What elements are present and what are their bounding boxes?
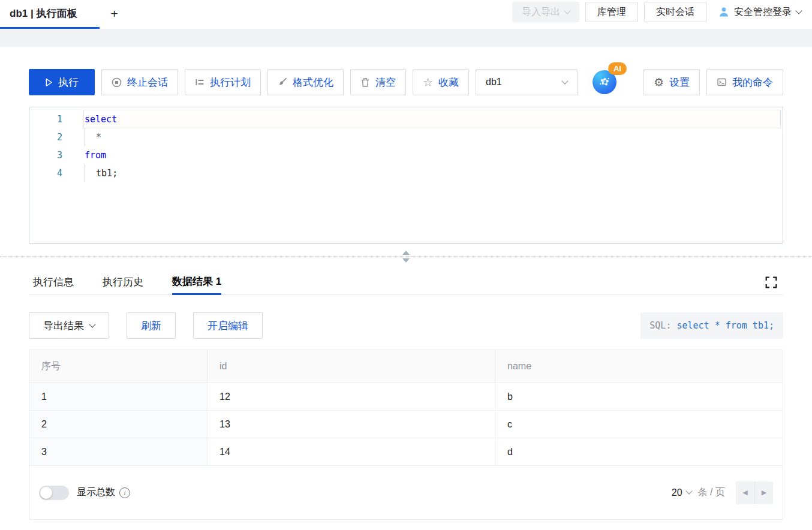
page-size-select[interactable]: 20 <box>672 487 691 498</box>
terminate-session-button[interactable]: 终止会话 <box>101 69 178 95</box>
run-button[interactable]: 执行 <box>29 69 95 95</box>
resizer-dotted-line <box>0 256 812 257</box>
library-manage-label: 库管理 <box>597 6 626 19</box>
row-index-cell: 1 <box>29 383 207 410</box>
tab-execution-info-label: 执行信息 <box>33 275 74 289</box>
toggle-knob <box>40 487 52 499</box>
id-cell[interactable]: 12 <box>207 383 495 410</box>
pane-resizer[interactable] <box>0 249 812 264</box>
tab-data-result-label: 数据结果 1 <box>172 275 221 288</box>
pagination-buttons: ◀ ▶ <box>736 481 773 504</box>
tab-data-result[interactable]: 数据结果 1 <box>172 270 221 295</box>
format-optimize-label: 格式优化 <box>293 76 333 89</box>
clear-label: 清空 <box>375 76 396 89</box>
favorite-button[interactable]: ☆ 收藏 <box>413 69 469 95</box>
plan-icon <box>195 77 204 87</box>
id-cell[interactable]: 13 <box>207 411 495 438</box>
ai-assistant-button[interactable]: AI <box>593 70 616 94</box>
info-icon[interactable]: i <box>119 487 130 498</box>
sql-label: SQL: <box>649 320 671 331</box>
result-toolbar: 导出结果 刷新 开启编辑 SQL: select * from tb1; <box>29 312 783 339</box>
export-result-label: 导出结果 <box>43 319 84 333</box>
tab-execution-history[interactable]: 执行历史 <box>103 270 143 295</box>
terminate-session-label: 终止会话 <box>127 76 168 89</box>
enable-edit-button[interactable]: 开启编辑 <box>193 312 263 339</box>
code-token-keyword: select <box>85 114 117 125</box>
trash-icon <box>360 77 370 88</box>
name-cell[interactable]: c <box>495 411 783 438</box>
chevron-down-icon <box>89 321 95 327</box>
prev-page-button[interactable]: ◀ <box>736 481 754 504</box>
settings-label: 设置 <box>669 76 690 89</box>
line-number: 1 <box>29 114 85 125</box>
column-header[interactable]: id <box>207 350 495 383</box>
show-total-toggle[interactable] <box>39 486 69 500</box>
tab-execution-history-label: 执行历史 <box>103 275 143 289</box>
chevron-down-icon <box>564 7 570 14</box>
editor-line: 4 tb1; <box>29 164 783 182</box>
right-arrow-icon: ▶ <box>762 489 766 496</box>
database-select-value: db1 <box>486 77 502 88</box>
pager: 20 条 / 页 ◀ ▶ <box>672 481 773 504</box>
name-cell[interactable]: d <box>495 438 783 465</box>
gear-icon: ⚙ <box>654 77 664 88</box>
next-page-button[interactable]: ▶ <box>754 481 773 504</box>
code-token-keyword: from <box>85 150 106 161</box>
sql-toolbar: 执行 终止会话 执行计划 格式优化 清空 ☆ <box>29 69 783 95</box>
workspace-tab-label: db1 | 执行面板 <box>10 7 77 20</box>
table-row[interactable]: 2 13 c <box>29 411 783 438</box>
realtime-session-button[interactable]: 实时会话 <box>644 2 706 22</box>
left-arrow-icon: ◀ <box>742 489 747 496</box>
executed-sql-display: SQL: select * from tb1; <box>640 312 783 339</box>
column-header[interactable]: name <box>495 350 783 383</box>
my-commands-button[interactable]: 我的命令 <box>706 69 783 95</box>
play-icon <box>45 78 53 87</box>
column-header[interactable]: 序号 <box>29 350 207 383</box>
terminal-icon <box>717 77 727 87</box>
login-mode-label: 安全管控登录 <box>734 6 792 19</box>
code-token-operator: * <box>85 132 101 143</box>
library-manage-button[interactable]: 库管理 <box>585 2 638 22</box>
line-number: 4 <box>29 168 85 179</box>
clear-button[interactable]: 清空 <box>350 69 406 95</box>
import-export-label: 导入导出 <box>522 6 560 19</box>
id-cell[interactable]: 14 <box>207 438 495 465</box>
chevron-down-icon <box>561 77 568 84</box>
user-icon <box>718 7 729 17</box>
editor-line: 1 select <box>29 110 783 128</box>
name-cell[interactable]: b <box>495 383 783 410</box>
format-optimize-button[interactable]: 格式优化 <box>267 69 344 95</box>
workspace-tab[interactable]: db1 | 执行面板 <box>0 0 100 29</box>
table-row[interactable]: 3 14 d <box>29 438 783 466</box>
my-commands-label: 我的命令 <box>732 76 773 89</box>
realtime-session-label: 实时会话 <box>656 6 694 19</box>
table-footer: 显示总数 i 20 条 / 页 ◀ ▶ <box>29 466 783 519</box>
row-index-cell: 3 <box>29 438 207 465</box>
login-mode-menu[interactable]: 安全管控登录 <box>718 6 801 19</box>
tab-execution-info[interactable]: 执行信息 <box>33 270 74 295</box>
execution-plan-button[interactable]: 执行计划 <box>185 69 261 95</box>
chevron-down-icon <box>795 7 802 14</box>
execution-plan-label: 执行计划 <box>210 76 251 89</box>
header-actions: 导入导出 库管理 实时会话 安全管控登录 <box>512 2 812 22</box>
import-export-button[interactable]: 导入导出 <box>512 2 579 22</box>
enable-edit-label: 开启编辑 <box>207 319 248 333</box>
page-unit-label: 条 / 页 <box>698 486 725 499</box>
sql-editor[interactable]: 1 select 2 * 3 from 4 tb1; <box>29 107 783 244</box>
table-row[interactable]: 1 12 b <box>29 383 783 411</box>
page-size-value: 20 <box>672 487 682 498</box>
header-divider-band <box>0 29 812 47</box>
row-index-cell: 2 <box>29 411 207 438</box>
fullscreen-button[interactable] <box>765 276 777 288</box>
new-tab-button[interactable]: + <box>110 7 118 22</box>
database-select[interactable]: db1 <box>476 69 578 95</box>
refresh-button[interactable]: 刷新 <box>127 312 176 339</box>
window-header: db1 | 执行面板 + 导入导出 库管理 实时会话 安全管控登录 <box>0 0 812 29</box>
export-result-button[interactable]: 导出结果 <box>29 312 109 339</box>
run-label: 执行 <box>58 76 79 89</box>
line-number: 2 <box>29 132 85 143</box>
resize-up-icon <box>402 251 410 255</box>
code-token-plain: tb1; <box>85 168 118 179</box>
fullscreen-icon <box>765 276 777 288</box>
settings-button[interactable]: ⚙ 设置 <box>643 69 700 95</box>
